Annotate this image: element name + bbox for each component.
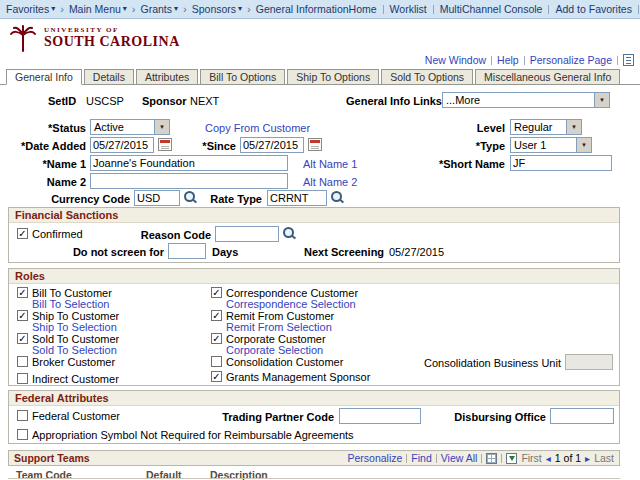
- level-label: Level: [440, 122, 505, 134]
- breadcrumb-sponsors[interactable]: Sponsors ▾: [192, 3, 242, 15]
- download-icon[interactable]: [506, 453, 517, 464]
- disbursing-office-input[interactable]: [550, 408, 614, 424]
- worklist-link[interactable]: Worklist: [390, 3, 427, 15]
- reason-code-label: Reason Code: [129, 229, 211, 241]
- palmetto-tree-icon: [8, 23, 38, 53]
- calendar-icon[interactable]: [158, 138, 172, 151]
- home-link[interactable]: Home: [349, 3, 377, 15]
- broker-customer-checkbox[interactable]: [17, 356, 28, 367]
- breadcrumb-main-menu[interactable]: Main Menu ▾: [69, 3, 127, 15]
- breadcrumb-general-information: General Information: [256, 3, 349, 15]
- alt-name2-link[interactable]: Alt Name 2: [303, 176, 357, 188]
- breadcrumb-grants[interactable]: Grants ▾: [141, 3, 179, 15]
- lookup-icon[interactable]: [184, 191, 197, 204]
- tab-attributes[interactable]: Attributes: [136, 69, 198, 85]
- correspondence-customer-checkbox[interactable]: ✓: [211, 287, 222, 298]
- multichannel-console-link[interactable]: MultiChannel Console: [440, 3, 543, 15]
- ship-to-customer-checkbox[interactable]: ✓: [17, 310, 28, 321]
- type-select[interactable]: User 1 ▼: [510, 137, 592, 153]
- breadcrumb-favorites[interactable]: Favorites ▾: [6, 3, 55, 15]
- bill-to-customer-checkbox[interactable]: ✓: [17, 287, 28, 298]
- university-of-text: UNIVERSITY OF: [44, 26, 180, 34]
- indirect-customer-label: Indirect Customer: [32, 373, 119, 385]
- currency-code-input[interactable]: [134, 190, 180, 206]
- copy-from-customer-link[interactable]: Copy From Customer: [205, 122, 310, 134]
- grants-management-sponsor-checkbox[interactable]: ✓: [211, 371, 222, 382]
- find-link[interactable]: Find: [411, 452, 431, 464]
- reason-code-input[interactable]: [215, 226, 279, 242]
- setid-label: SetID: [48, 95, 76, 107]
- next-screening-label: Next Screening: [304, 246, 384, 258]
- do-not-screen-input[interactable]: [168, 243, 206, 259]
- view-all-link[interactable]: View All: [441, 452, 478, 464]
- federal-attributes-groupbox: Federal Attributes Federal Customer Trad…: [8, 390, 620, 444]
- support-teams-grid-header: Support Teams Personalize Find View All …: [8, 450, 620, 466]
- federal-customer-label: Federal Customer: [32, 410, 120, 422]
- status-select[interactable]: Active ▼: [90, 119, 170, 135]
- separator: [406, 454, 407, 463]
- sold-to-selection-link[interactable]: Sold To Selection: [32, 344, 117, 356]
- tab-sold-to-options[interactable]: Sold To Options: [381, 69, 473, 85]
- personalize-page-link[interactable]: Personalize Page: [530, 54, 612, 66]
- setid-value: USCSP: [86, 95, 124, 107]
- bill-to-selection-link[interactable]: Bill To Selection: [32, 298, 109, 310]
- dropdown-arrow-icon[interactable]: ▼: [566, 120, 581, 134]
- remit-from-customer-checkbox[interactable]: ✓: [211, 310, 222, 321]
- date-added-label: *Date Added: [16, 140, 86, 152]
- caret-down-icon: ▾: [238, 5, 242, 13]
- consolidation-customer-checkbox[interactable]: [211, 356, 222, 367]
- tab-miscellaneous-general-info[interactable]: Miscellaneous General Info: [475, 69, 620, 85]
- roles-title: Roles: [15, 270, 45, 282]
- breadcrumb-sponsors-label: Sponsors: [192, 3, 236, 15]
- date-added-input[interactable]: [90, 137, 154, 153]
- dropdown-arrow-icon[interactable]: ▼: [594, 93, 609, 107]
- consolidation-business-unit-label: Consolidation Business Unit: [424, 357, 559, 369]
- ship-to-selection-link[interactable]: Ship To Selection: [32, 321, 117, 333]
- previous-row-icon[interactable]: ◂: [546, 453, 551, 464]
- remit-from-selection-link[interactable]: Remit From Selection: [226, 321, 332, 333]
- breadcrumb-grants-label: Grants: [141, 3, 173, 15]
- next-row-icon[interactable]: ▸: [585, 453, 590, 464]
- separator: [383, 5, 384, 14]
- correspondence-selection-link[interactable]: Correspondence Selection: [226, 298, 356, 310]
- corporate-selection-link[interactable]: Corporate Selection: [226, 344, 323, 356]
- general-info-links-label: General Info Links: [346, 95, 442, 107]
- name1-input[interactable]: [90, 155, 288, 171]
- corporate-customer-checkbox[interactable]: ✓: [211, 333, 222, 344]
- appropriation-symbol-checkbox[interactable]: [17, 429, 28, 440]
- breadcrumb-current-page-label: General Information: [256, 3, 349, 15]
- level-select[interactable]: Regular ▼: [510, 119, 582, 135]
- trading-partner-code-input[interactable]: [339, 408, 421, 424]
- consolidation-business-unit-input: [565, 354, 613, 370]
- separator: [481, 454, 482, 463]
- personalize-grid-link[interactable]: Personalize: [347, 452, 402, 464]
- tab-general-info[interactable]: General Info: [6, 69, 82, 85]
- alt-name1-link[interactable]: Alt Name 1: [303, 158, 357, 170]
- tab-details[interactable]: Details: [84, 69, 134, 85]
- next-screening-value: 05/27/2015: [389, 246, 444, 258]
- financial-sanctions-groupbox: Financial Sanctions ✓ Confirmed Reason C…: [8, 207, 620, 263]
- dropdown-arrow-icon[interactable]: ▼: [154, 120, 169, 134]
- sold-to-customer-checkbox[interactable]: ✓: [17, 333, 28, 344]
- rate-type-input[interactable]: [267, 190, 327, 206]
- new-window-link[interactable]: New Window: [425, 54, 486, 66]
- tab-bill-to-options[interactable]: Bill To Options: [200, 69, 285, 85]
- page-icon[interactable]: [623, 54, 634, 66]
- calendar-icon[interactable]: [308, 138, 322, 151]
- indirect-customer-checkbox[interactable]: [17, 373, 28, 384]
- roles-header: [9, 269, 619, 284]
- since-input[interactable]: [240, 137, 304, 153]
- federal-customer-checkbox[interactable]: [17, 410, 28, 421]
- dropdown-arrow-icon[interactable]: ▼: [576, 138, 591, 152]
- breadcrumb-separator-icon: ›: [183, 3, 187, 15]
- help-link[interactable]: Help: [497, 54, 519, 66]
- general-info-links-select[interactable]: ...More ▼: [442, 92, 610, 108]
- grid-zoom-icon[interactable]: [486, 453, 497, 464]
- short-name-input[interactable]: [510, 155, 612, 171]
- lookup-icon[interactable]: [283, 227, 296, 240]
- add-to-favorites-link[interactable]: Add to Favorites: [555, 3, 631, 15]
- lookup-icon[interactable]: [331, 191, 344, 204]
- confirmed-checkbox[interactable]: ✓: [17, 228, 28, 239]
- name2-input[interactable]: [90, 173, 288, 189]
- tab-ship-to-options[interactable]: Ship To Options: [287, 69, 379, 85]
